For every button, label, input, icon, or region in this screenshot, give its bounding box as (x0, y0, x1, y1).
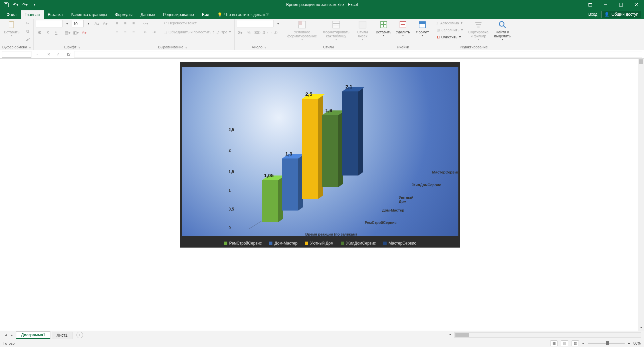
cell-styles-button[interactable]: Стили ячеек▾ (354, 20, 371, 41)
qat-customize-icon[interactable]: ▾ (31, 2, 37, 8)
tab-file[interactable]: Файл (3, 10, 21, 19)
ytick: 1 (229, 188, 231, 193)
number-format-combo[interactable] (237, 20, 273, 27)
new-sheet-button[interactable]: ＋ (76, 332, 83, 338)
align-middle-icon[interactable]: ≡ (122, 20, 129, 27)
tab-review[interactable]: Рецензирование (159, 10, 198, 19)
align-left-icon[interactable]: ≡ (113, 29, 121, 35)
align-right-icon[interactable]: ≡ (130, 29, 137, 35)
vertical-scrollbar[interactable]: ▲ ▼ (638, 59, 644, 331)
bold-button[interactable]: Ж (36, 29, 43, 36)
fill-button[interactable]: ▥Заполнить ▾ (435, 27, 464, 33)
tab-data[interactable]: Данные (137, 10, 159, 19)
format-cells-button[interactable]: Формат▾ (414, 20, 431, 37)
align-center-icon[interactable]: ≡ (122, 29, 129, 35)
redo-icon[interactable]: ↷▾ (22, 2, 28, 8)
zoom-out-icon[interactable]: − (582, 341, 584, 345)
zoom-slider[interactable] (588, 343, 625, 344)
sigma-icon: Σ (436, 21, 439, 25)
orientation-icon[interactable]: ⤼▾ (142, 20, 149, 27)
fill-color-icon[interactable]: ◧▾ (72, 29, 79, 36)
scroll-thumb[interactable] (455, 333, 469, 337)
tell-me[interactable]: 💡 Что вы хотите сделать? (213, 10, 273, 19)
increase-font-icon[interactable]: A▴ (93, 20, 100, 27)
autosum-button[interactable]: ΣАвтосумма ▾ (435, 20, 464, 26)
currency-icon[interactable]: $▾ (237, 29, 244, 36)
cut-icon[interactable]: ✂ (24, 20, 31, 27)
align-bottom-icon[interactable]: ≡ (130, 20, 137, 27)
italic-button[interactable]: К (44, 29, 51, 36)
name-box[interactable] (2, 51, 31, 58)
increase-decimal-icon[interactable]: .0→ (262, 29, 269, 36)
sheet-tab-diagram1[interactable]: Диаграмма1 (16, 331, 50, 339)
font-name-combo[interactable] (36, 20, 62, 27)
merge-center-button[interactable]: ⬚Объединить и поместить в центре ▾ (162, 29, 232, 35)
format-as-table-button[interactable]: Форматировать как таблицу▾ (321, 20, 352, 41)
increase-indent-icon[interactable]: ⇥ (150, 29, 158, 35)
clear-button[interactable]: ◧Очистить ▾ (435, 34, 464, 40)
sort-filter-button[interactable]: Сортировка и фильтр▾ (467, 20, 490, 41)
format-painter-icon[interactable]: 🖌 (24, 36, 31, 43)
border-icon[interactable]: ▦▾ (64, 29, 71, 36)
chart-object[interactable]: 0 0,5 1 1,5 2 2,5 РемСтройСервис Дом-Мас… (180, 62, 460, 248)
insert-cells-button[interactable]: Вставить▾ (375, 20, 392, 37)
legend-swatch (305, 242, 308, 245)
comma-icon[interactable]: 000 (253, 29, 261, 36)
decrease-indent-icon[interactable]: ⇤ (142, 29, 149, 35)
sign-in-link[interactable]: Вход (588, 12, 597, 17)
tab-formulas[interactable]: Формулы (111, 10, 137, 19)
svg-rect-7 (9, 22, 14, 28)
scroll-thumb[interactable] (639, 59, 643, 64)
undo-icon[interactable]: ↶▾ (13, 2, 19, 8)
tab-scroll-left-icon[interactable]: ◂ (3, 332, 9, 338)
wrap-text-button[interactable]: ↩Перенести текст (162, 20, 232, 26)
sheet-tab-list1[interactable]: Лист1 (52, 332, 73, 339)
save-icon[interactable] (3, 2, 9, 8)
decrease-font-icon[interactable]: A▾ (101, 20, 109, 27)
decrease-decimal-icon[interactable]: ←.0 (270, 29, 277, 36)
chevron-down-icon[interactable]: ▾ (63, 20, 71, 27)
minimize-icon[interactable] (598, 0, 613, 9)
ribbon-display-options-icon[interactable] (583, 0, 598, 9)
scroll-left-icon[interactable]: ◂ (449, 333, 451, 336)
zoom-in-icon[interactable]: + (628, 341, 630, 345)
tab-insert[interactable]: Вставка (44, 10, 67, 19)
cancel-formula-icon[interactable]: ✕ (45, 51, 52, 58)
conditional-formatting-button[interactable]: Условное форматирование▾ (286, 20, 318, 41)
align-top-icon[interactable]: ≡ (113, 20, 121, 27)
depth-label: МастерСервис (432, 170, 459, 174)
svg-rect-21 (419, 22, 426, 24)
tab-view[interactable]: Вид (198, 10, 213, 19)
zoom-level[interactable]: 80% (633, 341, 641, 345)
view-page-break-icon[interactable]: ▥ (572, 340, 579, 346)
enter-formula-icon[interactable]: ✓ (54, 51, 62, 58)
fx-label[interactable]: fx (64, 52, 70, 57)
delete-cells-button[interactable]: Удалить▾ (395, 20, 411, 37)
x-axis-title: Время реакции (по заявкам) (305, 232, 357, 236)
view-page-layout-icon[interactable]: ▤ (561, 340, 568, 346)
chevron-down-icon[interactable]: ▾ (33, 51, 41, 58)
status-bar: Готово ▦ ▤ ▥ − + 80% (0, 339, 644, 347)
chevron-down-icon[interactable]: ▾ (85, 20, 92, 27)
find-select-button[interactable]: Найти и выделить▾ (492, 20, 512, 41)
tab-page-layout[interactable]: Разметка страницы (67, 10, 111, 19)
copy-icon[interactable]: ⧉ (24, 28, 31, 35)
legend-item: Дом-Мастер (269, 241, 297, 246)
formula-bar: ▾ ✕ ✓ fx (0, 50, 644, 59)
share-button[interactable]: 👤 Общий доступ (601, 11, 641, 18)
view-normal-icon[interactable]: ▦ (550, 340, 558, 346)
tab-scroll-right-icon[interactable]: ▸ (9, 332, 15, 338)
font-size-combo[interactable] (72, 20, 84, 27)
scroll-down-icon[interactable]: ▼ (638, 325, 644, 331)
underline-button[interactable]: Ч (52, 29, 60, 36)
maximize-icon[interactable] (613, 0, 629, 9)
font-color-icon[interactable]: A▾ (80, 29, 88, 36)
close-icon[interactable] (629, 0, 644, 9)
horizontal-scrollbar[interactable]: ◂ ▸ (454, 332, 641, 338)
paste-button[interactable]: Вставить▾ (2, 20, 21, 37)
chevron-down-icon[interactable]: ▾ (274, 20, 282, 27)
tab-home[interactable]: Главная (21, 10, 44, 19)
group-alignment: ≡ ≡ ≡ ⤼▾ ≡ ≡ ≡ ⇤ ⇥ ↩Перенести текст ⬚Объ… (111, 19, 235, 50)
formula-input[interactable] (74, 51, 642, 58)
percent-icon[interactable]: % (245, 29, 252, 36)
